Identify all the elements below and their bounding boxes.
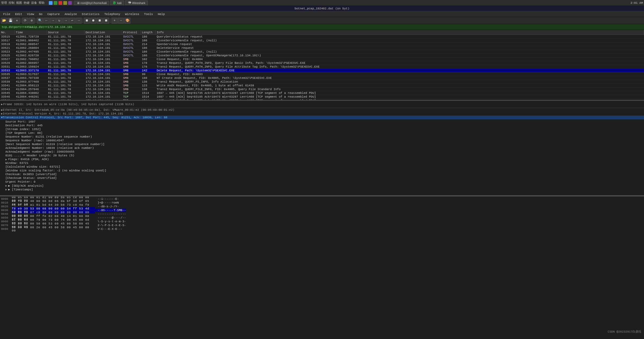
tree-seq-ack[interactable]: ▶ ▶ [SEQ/ACK analysis]: [1, 184, 643, 187]
menu-edit[interactable]: Edit: [13, 12, 24, 16]
cell-no: 33525: [0, 54, 15, 57]
taskbar-menu-device[interactable]: 设备: [31, 1, 37, 5]
cell-info: CloseServiceHandle request, (null): [156, 39, 644, 42]
tb-arrow1[interactable]: →: [63, 18, 69, 24]
taskbar-wireshark-btn[interactable]: 🦈 Wireshark: [125, 1, 148, 5]
cell-len: 1514: [141, 91, 156, 95]
tb-save[interactable]: 💾: [8, 18, 13, 24]
table-row[interactable]: 33539 412063.877469 61.111.101.78 172.16…: [0, 80, 644, 84]
table-row[interactable]: 33537 412063.707330 61.111.101.78 172.16…: [0, 76, 644, 80]
tree-stream: [Stream index: 1352]: [1, 127, 643, 131]
taskbar-menu-control[interactable]: 控制: [9, 1, 14, 5]
table-row[interactable]: 33546 412064.448291 61.111.101.78 172.16…: [0, 95, 644, 99]
tb-find[interactable]: 🔍: [37, 18, 43, 24]
tb-arrow3[interactable]: →: [76, 18, 82, 24]
tree-scale: [Window size scaling factor: -2 (no wind…: [1, 169, 643, 172]
table-row[interactable]: 33533 412063.337170 61.111.101.78 172.16…: [0, 69, 644, 72]
table-row[interactable]: 33519 412062.088547 61.111.101.78 172.16…: [0, 42, 644, 46]
table-row[interactable]: 33523 412062.447495 61.111.101.78 172.16…: [0, 50, 644, 54]
hex-offset: 0050: [1, 216, 12, 219]
titlebar: botnet_pcap_192402.dat (on byt): [0, 6, 644, 11]
tb-zoom-out[interactable]: −: [118, 18, 124, 24]
taskbar-menu-hotkey[interactable]: 热键: [24, 1, 30, 5]
table-row[interactable]: 33535 412063.517537 61.111.101.78 172.16…: [0, 72, 644, 76]
tree-timestamps[interactable]: ▶ ▶ [Timestamps]: [1, 187, 643, 191]
col-header-proto: Protocol: [122, 30, 141, 35]
table-row[interactable]: 33545 412064.438002 61.111.101.78 172.16…: [0, 91, 644, 95]
table-row[interactable]: 33543 412064.257846 61.111.101.78 172.16…: [0, 87, 644, 91]
cell-dst: 172.16.134.191: [84, 65, 122, 68]
table-row[interactable]: 33529 412062.986957 61.111.101.78 172.16…: [0, 61, 644, 65]
list-item[interactable]: 0030 f8 e9 38 53 00 08 00 00 00 54 ff 53…: [1, 208, 643, 212]
cell-time: 412061.988462: [15, 39, 47, 42]
tb-reload[interactable]: ⟳: [22, 18, 28, 24]
list-item[interactable]: 0060 5c 00 53 00 79 00 73 00 74 00 65 00…: [1, 220, 643, 223]
cell-len: 186: [141, 50, 156, 53]
taskbar-menu-help[interactable]: 帮助: [39, 1, 45, 5]
tree-flags: ▶ Flags: 0x018 (PSH, ACK): [1, 157, 643, 161]
tb-sep2: [36, 18, 36, 23]
taskbar-root-btn[interactable]: 🖥 root@byt:/home/kali: [74, 1, 109, 5]
taskbar-menu-view[interactable]: 视图: [16, 1, 22, 5]
tree-urgent: Urgent Pointer: 0: [1, 180, 643, 184]
cell-src: 61.111.101.78: [47, 88, 84, 91]
list-item[interactable]: 0080 56 00 43 00 2e 00 45 00 58 00 45 00…: [1, 227, 643, 231]
menu-wireless[interactable]: Wireless: [123, 12, 141, 16]
table-row[interactable]: 33541 412064.058113 61.111.101.78 172.16…: [0, 84, 644, 87]
list-item[interactable]: 0000 00 05 69 00 01 e2 00 e0 b6 05 ce 0a…: [1, 197, 643, 201]
col-header-info: Info: [156, 30, 644, 35]
tb-stop[interactable]: ⏹: [84, 18, 90, 24]
taskbar-icon-3: [58, 1, 62, 5]
table-row[interactable]: 33515 412061.728729 61.111.101.78 172.16…: [0, 35, 644, 39]
tb-stop3[interactable]: ⏹: [103, 18, 109, 24]
menu-analyze[interactable]: Analyze: [62, 12, 79, 16]
list-item[interactable]: 0070 32 00 5c 00 50 00 53 00 45 00 58 00…: [1, 223, 643, 227]
table-row[interactable]: 33517 412061.988462 61.111.101.78 172.16…: [0, 39, 644, 42]
menubar: File Edit View Go Capture Analyze Statis…: [0, 11, 644, 17]
menu-capture[interactable]: Capture: [45, 12, 62, 16]
menu-help[interactable]: Help: [156, 12, 167, 16]
tb-fwd[interactable]: →: [50, 18, 56, 24]
menu-go[interactable]: Go: [37, 12, 45, 16]
menu-tools[interactable]: Tools: [142, 12, 155, 16]
frame-arrow[interactable]: ▶: [1, 103, 3, 106]
table-row[interactable]: 33527 412062.796852 61.111.101.78 172.16…: [0, 57, 644, 61]
table-row[interactable]: 33531 412063.156924 61.111.101.78 172.16…: [0, 65, 644, 69]
cell-dst: 172.16.134.191: [84, 50, 122, 53]
taskbar-kali-label: kali: [117, 1, 122, 5]
cell-proto: SVCCTL: [122, 54, 141, 57]
tb-back[interactable]: ←: [43, 18, 49, 24]
tb-arrow2[interactable]: ↩: [69, 18, 75, 24]
tcp-row-highlighted[interactable]: ▼ Transmission Control Protocol, Src Por…: [0, 116, 644, 119]
list-item[interactable]: 0050 00 00 01 00 ff fe 02 08 40 14 01 00…: [1, 216, 643, 220]
table-row[interactable]: 33525 412062.626720 61.111.101.78 172.16…: [0, 54, 644, 57]
list-item[interactable]: 0020 86 bf 06 a1 01 bd 64 30 b8 73 c8 4a…: [1, 205, 643, 208]
list-item[interactable]: 0040 00 00 18 07 c8 00 00 00 00 00 00 00…: [1, 212, 643, 216]
taskbar-kali-btn[interactable]: 🐉 kali: [110, 1, 124, 5]
menu-statistics[interactable]: Statistics: [80, 12, 102, 16]
menu-telephony[interactable]: Telephony: [102, 12, 122, 16]
menu-view[interactable]: View: [25, 12, 36, 16]
list-item[interactable]: 0010 00 7d 2b 40 00 06 0d 06 da bf 3d 6f…: [1, 201, 643, 205]
tb-goto[interactable]: ↻: [56, 18, 62, 24]
cell-proto: SVCCTL: [122, 39, 141, 42]
cell-no: 33546: [0, 95, 15, 98]
tb-open[interactable]: 📂: [1, 18, 7, 24]
tb-close[interactable]: ✕: [14, 18, 20, 24]
tb-rec[interactable]: ⏺: [90, 18, 96, 24]
menu-file[interactable]: File: [1, 12, 12, 16]
ip-row: ▶ Internet Protocol Version 4, Src: 61.1…: [0, 112, 644, 116]
tb-stop2[interactable]: ⏹: [97, 18, 103, 24]
tb-colorize[interactable]: 🎨: [124, 18, 130, 24]
tb-prefs[interactable]: ⚙: [29, 18, 35, 24]
tb-zoom-in[interactable]: +: [112, 18, 117, 24]
cell-no: 33519: [0, 43, 15, 46]
cell-dst: 172.16.134.191: [84, 88, 122, 91]
taskbar-menu-manage[interactable]: 管理: [1, 1, 7, 5]
cell-no: 33539: [0, 80, 15, 83]
hex-offset: 0060: [1, 220, 12, 223]
taskbar-root-label: root@byt:/home/kali: [80, 1, 107, 5]
table-row[interactable]: 33521 412062.268604 61.111.101.78 172.16…: [0, 46, 644, 50]
cell-time: 412063.707330: [15, 76, 47, 80]
cell-time: 412063.877469: [15, 80, 47, 83]
